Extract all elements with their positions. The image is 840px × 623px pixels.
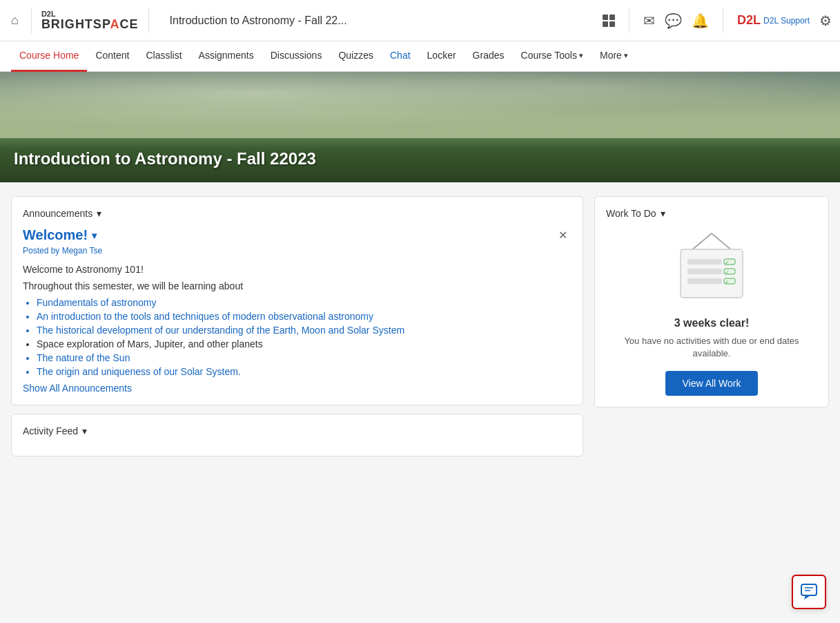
no-activities-text: You have no activities with due or end d… (606, 335, 817, 360)
svg-text:✓: ✓ (725, 269, 730, 276)
email-icon[interactable]: ✉ (643, 12, 655, 29)
close-announcement-button[interactable]: ✕ (554, 227, 572, 243)
nav-chat[interactable]: Chat (382, 41, 419, 72)
hero-title: Introduction to Astronomy - Fall 22023 (0, 149, 330, 169)
logo-accent: A (110, 17, 120, 31)
d2l-brand-icon: D2L (737, 13, 761, 28)
work-todo-card: Work To Do ▾ ✓ ✓ (594, 196, 829, 408)
settings-icon[interactable]: ⚙ (819, 12, 832, 29)
support-text[interactable]: D2L Support (763, 16, 810, 26)
svg-rect-2 (687, 259, 722, 265)
nav-grades[interactable]: Grades (465, 41, 513, 72)
divider-4 (723, 8, 723, 33)
announcements-label: Announcements (23, 208, 92, 219)
nav-classlist[interactable]: Classlist (137, 41, 190, 72)
d2l-logo: D2L BRIGHTSPACE (41, 10, 139, 32)
svg-text:✓: ✓ (725, 260, 730, 266)
divider-2 (148, 8, 149, 33)
announcement-body: Welcome to Astronomy 101! Throughout thi… (23, 264, 572, 377)
d2l-brand: D2L D2L Support (737, 13, 810, 28)
weeks-clear: 3 weeks clear! (606, 317, 817, 329)
chat-icon[interactable]: 💬 (665, 12, 682, 29)
hero-banner: Introduction to Astronomy - Fall 22023 (0, 72, 840, 182)
course-tools-chevron: ▾ (579, 51, 583, 60)
activity-feed-header: Activity Feed ▾ (23, 425, 572, 437)
list-item: The origin and uniqueness of our Solar S… (37, 366, 572, 377)
list-item: Fundamentals of astronomy (37, 297, 572, 308)
topbar: ⌂ D2L BRIGHTSPACE Introduction to Astron… (0, 0, 840, 41)
checklist-illustration: ✓ ✓ ✓ (670, 230, 753, 306)
nav-content[interactable]: Content (87, 41, 137, 72)
nav-discussions[interactable]: Discussions (262, 41, 331, 72)
activity-feed-card: Activity Feed ▾ (11, 414, 583, 457)
list-item: Space exploration of Mars, Jupiter, and … (37, 338, 572, 349)
announcements-header: Announcements ▾ (23, 208, 572, 219)
nav-course-home[interactable]: Course Home (11, 41, 87, 72)
nav-quizzes[interactable]: Quizzes (330, 41, 382, 72)
welcome-chevron[interactable]: ▾ (92, 230, 97, 241)
nav-bar: Course Home Content Classlist Assignment… (0, 41, 840, 72)
posted-by: Posted by Megan Tse (23, 246, 572, 256)
list-item: An introduction to the tools and techniq… (37, 311, 572, 322)
activity-feed-label: Activity Feed (23, 425, 78, 437)
svg-rect-4 (687, 278, 722, 284)
bell-icon[interactable]: 🔔 (692, 12, 709, 29)
svg-marker-0 (691, 233, 732, 251)
list-item: The historical development of our unders… (37, 325, 572, 336)
announcement-title-row: Welcome! ▾ ✕ (23, 227, 572, 243)
nav-locker[interactable]: Locker (419, 41, 465, 72)
svg-text:✓: ✓ (725, 279, 730, 285)
work-todo-header: Work To Do ▾ (606, 208, 817, 219)
right-panel: Work To Do ▾ ✓ ✓ (594, 196, 829, 408)
nav-course-tools[interactable]: Course Tools ▾ (513, 41, 592, 72)
announcements-chevron[interactable]: ▾ (97, 208, 101, 219)
topbar-icons: ✉ 💬 🔔 D2L D2L Support ⚙ (603, 8, 832, 33)
main-content: Announcements ▾ Welcome! ▾ ✕ Posted by M… (0, 182, 840, 470)
announcements-card: Announcements ▾ Welcome! ▾ ✕ Posted by M… (11, 196, 583, 405)
divider-1 (31, 8, 32, 33)
svg-rect-3 (687, 269, 722, 274)
nav-assignments[interactable]: Assignments (191, 41, 262, 72)
list-item: The nature of the Sun (37, 352, 572, 363)
body-line1: Welcome to Astronomy 101! (23, 264, 572, 275)
announcement-title: Welcome! ▾ (23, 227, 97, 243)
work-todo-label: Work To Do (606, 208, 656, 219)
body-line2: Throughout this semester, we will be lea… (23, 280, 572, 291)
grid-icon[interactable] (603, 14, 615, 26)
home-icon[interactable]: ⌂ (8, 13, 21, 28)
divider-3 (629, 8, 629, 33)
nav-more[interactable]: More ▾ (592, 41, 636, 72)
left-panel: Announcements ▾ Welcome! ▾ ✕ Posted by M… (11, 196, 583, 457)
activity-feed-chevron[interactable]: ▾ (82, 425, 87, 437)
show-all-announcements-link[interactable]: Show All Announcements (23, 383, 132, 394)
view-all-work-button[interactable]: View All Work (665, 371, 757, 396)
course-title: Introduction to Astronomy - Fall 22... (159, 15, 597, 27)
work-todo-chevron[interactable]: ▾ (661, 208, 665, 219)
bullet-list: Fundamentals of astronomy An introductio… (37, 297, 572, 377)
more-chevron: ▾ (624, 51, 628, 60)
